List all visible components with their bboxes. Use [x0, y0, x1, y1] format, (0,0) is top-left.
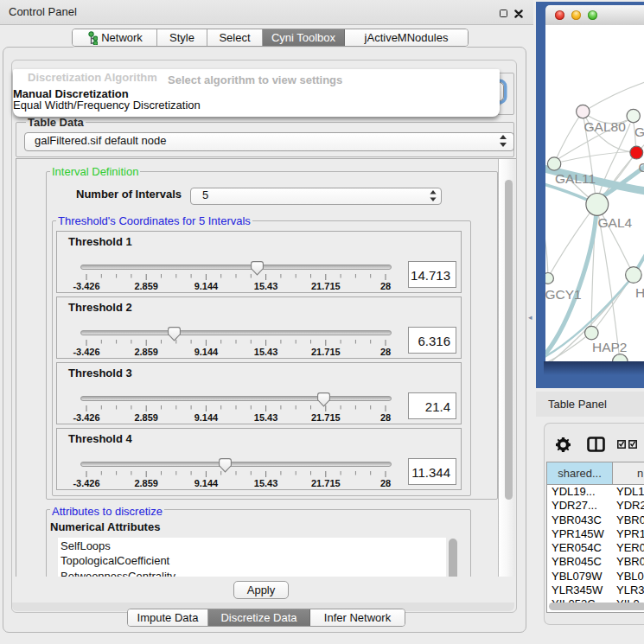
svg-text:G.: G.	[634, 124, 644, 139]
svg-text:GAL80: GAL80	[584, 119, 627, 134]
svg-text:HAP2: HAP2	[592, 340, 628, 354]
svg-text:H: H	[635, 285, 644, 300]
svg-text:C: C	[639, 160, 644, 175]
svg-text:GAL11: GAL11	[555, 171, 596, 186]
svg-text:GCY1: GCY1	[545, 287, 582, 302]
svg-text:GAL4: GAL4	[598, 215, 633, 230]
